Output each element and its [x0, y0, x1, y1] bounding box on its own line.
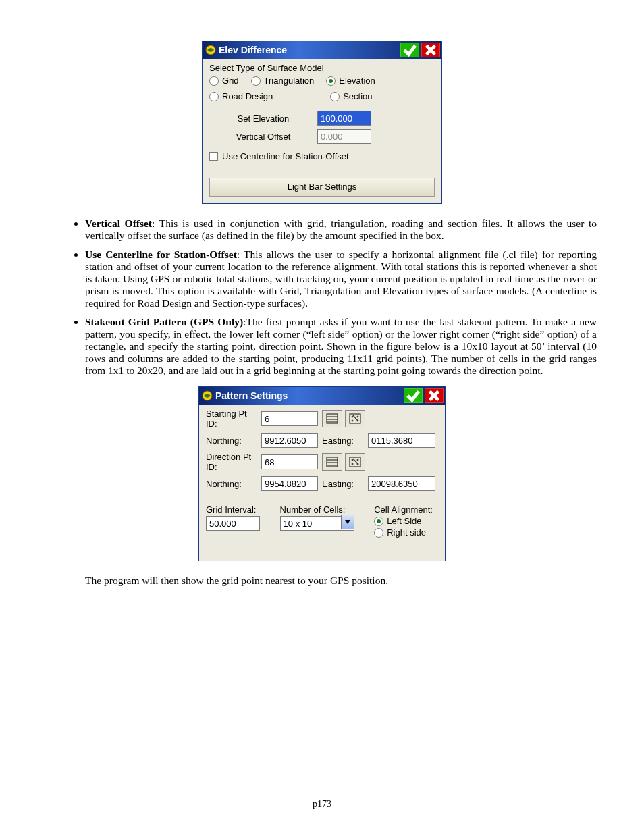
svg-rect-16	[350, 457, 360, 467]
ok-button[interactable]	[400, 43, 419, 57]
section-label: Select Type of Surface Model	[209, 63, 435, 73]
titlebar: Pattern Settings	[199, 387, 445, 405]
radio-right-side[interactable]: Right side	[374, 527, 426, 538]
radio-label: Left Side	[387, 516, 421, 526]
starting-pt-tools	[322, 410, 435, 427]
list-icon	[326, 457, 338, 467]
dir-easting-input[interactable]	[368, 476, 435, 491]
radio-dot-icon	[251, 76, 261, 86]
svg-point-18	[357, 459, 358, 461]
radio-section[interactable]: Section	[330, 91, 372, 101]
close-icon	[425, 387, 443, 405]
surface-model-radios: Grid Triangulation Elevation	[209, 76, 435, 88]
close-button[interactable]	[425, 388, 444, 403]
map-pick-button[interactable]	[345, 410, 365, 427]
bullet-text: : This is used in conjunction with grid,…	[85, 217, 597, 241]
set-elevation-input[interactable]	[317, 111, 371, 126]
list-item: Stakeout Grid Pattern (GPS Only):The fir…	[85, 316, 597, 377]
close-icon	[422, 41, 439, 59]
svg-point-9	[352, 420, 353, 421]
svg-point-17	[352, 459, 353, 461]
dropdown-button[interactable]	[341, 515, 354, 529]
radio-triangulation[interactable]: Triangulation	[251, 76, 315, 86]
app-icon	[205, 45, 216, 55]
grid-interval-input[interactable]	[206, 516, 260, 531]
dialog-elev-difference: Elev Difference Select Type of Surface M…	[202, 41, 442, 204]
dialog-pattern-settings: Pattern Settings Starting Pt ID:	[198, 386, 446, 561]
radio-grid[interactable]: Grid	[209, 76, 239, 86]
dialog-body: Starting Pt ID:	[199, 405, 445, 561]
app-icon	[202, 390, 213, 401]
northing-label: Northing:	[206, 479, 257, 489]
dialog-title: Elev Difference	[216, 45, 398, 55]
close-button[interactable]	[421, 43, 440, 57]
light-bar-settings-button[interactable]: Light Bar Settings	[209, 178, 435, 197]
check-icon	[404, 387, 422, 405]
num-cells-dropdown[interactable]	[280, 515, 354, 531]
list-item: Vertical Offset: This is used in conjunc…	[85, 217, 597, 242]
list-pick-button[interactable]	[322, 410, 342, 427]
radio-elevation[interactable]: Elevation	[326, 76, 375, 86]
starting-pt-id-label: Starting Pt ID:	[206, 409, 257, 429]
vertical-offset-input[interactable]	[317, 129, 371, 144]
radio-left-side[interactable]: Left Side	[374, 516, 438, 526]
point-grid: Starting Pt ID:	[206, 409, 438, 491]
map-pick-icon	[349, 413, 361, 424]
radio-dot-icon	[374, 528, 383, 538]
col-cell-alignment: Cell Alignment: Left Side Right side	[374, 504, 438, 540]
field-set-elevation: Set Elevation	[209, 111, 435, 126]
doc-bullet-list: Vertical Offset: This is used in conjunc…	[47, 217, 597, 377]
list-pick-button[interactable]	[322, 453, 342, 471]
radio-dot-icon	[209, 92, 219, 101]
direction-pt-tools	[322, 453, 435, 471]
map-pick-icon	[349, 457, 361, 467]
checkbox-box-icon	[209, 152, 218, 161]
chevron-down-icon	[345, 520, 350, 524]
titlebar: Elev Difference	[203, 41, 441, 59]
dialog-body: Select Type of Surface Model Grid Triang…	[203, 59, 441, 203]
svg-rect-6	[350, 414, 360, 423]
radio-dot-icon	[326, 76, 336, 86]
radio-label: Triangulation	[264, 76, 315, 86]
map-pick-button[interactable]	[345, 453, 365, 471]
easting-label: Easting:	[322, 436, 364, 446]
radio-label: Grid	[222, 76, 239, 86]
direction-pt-id-input[interactable]	[261, 454, 318, 469]
direction-pt-id-label: Direction Pt ID:	[206, 452, 257, 472]
svg-point-8	[357, 416, 358, 417]
bullet-term: Use Centerline for Station-Offset	[85, 249, 237, 260]
ok-button[interactable]	[404, 388, 423, 403]
trailing-paragraph: The program will then show the grid poin…	[85, 575, 597, 587]
grid-interval-label: Grid Interval:	[206, 504, 260, 515]
col-num-cells: Number of Cells:	[280, 504, 354, 531]
num-cells-label: Number of Cells:	[280, 504, 354, 515]
radio-road-design[interactable]: Road Design	[209, 91, 273, 101]
easting-label: Easting:	[322, 479, 364, 489]
bullet-term: Vertical Offset	[85, 217, 152, 229]
dir-northing-input[interactable]	[261, 476, 318, 491]
list-icon	[326, 413, 338, 424]
page-number: p173	[0, 799, 644, 810]
surface-model-radios-2: Road Design Section	[209, 91, 435, 104]
checkbox-label: Use Centerline for Station-Offset	[222, 151, 349, 161]
field-vertical-offset: Vertical Offset	[209, 129, 435, 144]
list-item: Use Centerline for Station-Offset: This …	[85, 249, 597, 309]
bullet-term: Stakeout Grid Pattern (GPS Only)	[85, 316, 243, 328]
col-grid-interval: Grid Interval:	[206, 504, 260, 531]
radio-dot-icon	[209, 76, 219, 86]
svg-point-7	[352, 416, 353, 417]
cell-alignment-label: Cell Alignment:	[374, 504, 438, 515]
page: Elev Difference Select Type of Surface M…	[0, 0, 644, 834]
radio-label: Section	[343, 91, 372, 101]
dialog-title: Pattern Settings	[213, 390, 402, 401]
svg-point-19	[352, 463, 353, 465]
checkbox-use-centerline[interactable]: Use Centerline for Station-Offset	[209, 151, 349, 161]
starting-pt-id-input[interactable]	[261, 411, 318, 426]
check-icon	[401, 41, 419, 59]
bottom-controls: Grid Interval: Number of Cells: Cell Ali…	[206, 504, 438, 540]
start-northing-input[interactable]	[261, 433, 318, 448]
start-easting-input[interactable]	[368, 433, 435, 448]
radio-label: Road Design	[222, 91, 273, 101]
vertical-offset-label: Vertical Offset	[209, 132, 317, 142]
radio-label: Right side	[387, 527, 426, 538]
